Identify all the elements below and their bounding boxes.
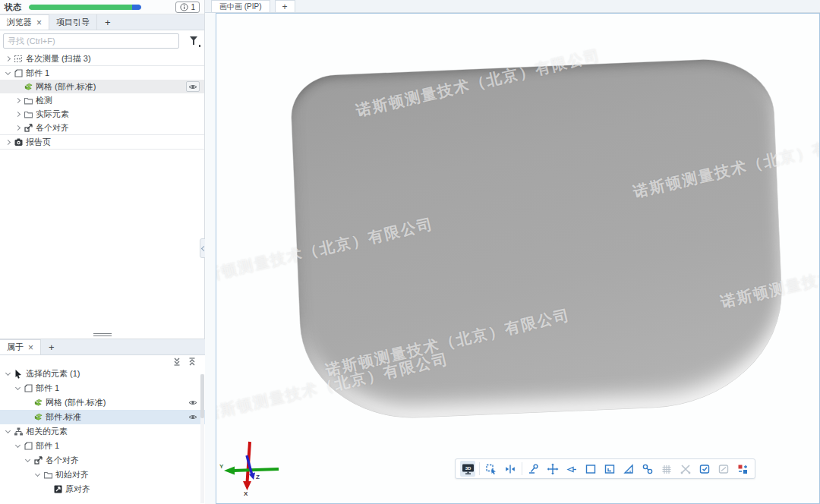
zoom-region-button[interactable] — [602, 461, 617, 477]
translate-move-button[interactable] — [545, 461, 560, 477]
filter-funnel-icon[interactable] — [189, 36, 200, 46]
model-3d-object[interactable] — [290, 57, 786, 422]
tree-row-report-pages[interactable]: 报告页 — [0, 135, 204, 149]
locked-option-button[interactable] — [716, 461, 731, 477]
toolbar-separator — [479, 462, 480, 475]
expander-spacer — [24, 398, 32, 407]
tree-row-label: 检测 — [36, 95, 52, 106]
tree-row-piece[interactable]: 部件 1 — [0, 381, 205, 395]
verify-check-button[interactable] — [697, 461, 712, 477]
collapse-all-icon[interactable] — [173, 358, 181, 366]
clipping-button[interactable] — [678, 461, 693, 477]
badge-count: 1 — [191, 3, 195, 11]
probe-flag-button[interactable] — [564, 461, 579, 477]
expander-icon[interactable] — [4, 69, 12, 77]
toolbar-separator — [522, 462, 522, 475]
visibility-eye-icon[interactable] — [188, 399, 197, 406]
visibility-eye-icon[interactable] — [186, 81, 200, 92]
browser-tree: 各次测量 (扫描 3) 部件 1 网格 (部件.标准) 检测 — [0, 52, 204, 150]
mesh-icon — [33, 412, 43, 422]
tree-row-piece[interactable]: 部件 1 — [0, 439, 205, 453]
expander-icon[interactable] — [4, 427, 12, 436]
progress-fill — [29, 5, 132, 10]
folder-icon — [43, 470, 53, 480]
belongs-panel: 属于 + 选择的元素 (1) 部件 1 网格 (部件. — [0, 339, 205, 504]
expander-icon[interactable] — [14, 96, 22, 105]
tree-row-selected-elements[interactable]: 选择的元素 (1) — [0, 367, 205, 381]
tree-row-alignments[interactable]: 各个对齐 — [0, 121, 204, 134]
scene-3d-viewport[interactable]: 诺斯顿测量技术（北京）有限公司 诺斯顿测量技术（北京）有限公司 诺斯顿测量技术（… — [216, 13, 820, 504]
scan-icon — [13, 54, 24, 64]
tab-browser[interactable]: 浏览器 — [0, 14, 49, 30]
rectangle-select-button[interactable] — [583, 461, 598, 477]
folder-icon — [23, 109, 33, 119]
tab-pip[interactable]: 画中画 (PIP) — [211, 0, 270, 12]
expander-icon[interactable] — [14, 124, 22, 132]
tree-row-label: 网格 (部件.标准) — [46, 397, 106, 408]
tree-row-alignments[interactable]: 各个对齐 — [0, 453, 205, 468]
add-tab-button[interactable]: + — [97, 14, 118, 30]
tree-row-piece[interactable]: 部件 1 — [0, 66, 204, 80]
select-elements-button[interactable] — [484, 461, 499, 477]
tree-row-label: 相关的元素 — [26, 426, 68, 437]
piece-icon — [23, 383, 33, 393]
mesh-icon — [33, 398, 43, 408]
tree-row-mesh[interactable]: 网格 (部件.标准) — [0, 395, 205, 410]
search-row — [0, 30, 204, 52]
piece-icon — [23, 441, 33, 451]
tab-belongs[interactable]: 属于 — [0, 339, 41, 354]
tree-row-inspection[interactable]: 检测 — [0, 93, 204, 107]
tree-row-related-elements[interactable]: 相关的元素 — [0, 424, 205, 439]
expander-icon[interactable] — [4, 55, 12, 63]
panel-splitter-handle[interactable] — [0, 331, 205, 339]
ruler-angle-button[interactable] — [621, 461, 636, 477]
expander-icon[interactable] — [14, 110, 22, 118]
tree-row-mesh[interactable]: 网格 (部件.标准) — [0, 80, 204, 93]
tree-row-scans[interactable]: 各次测量 (扫描 3) — [0, 52, 204, 65]
piece-icon — [13, 68, 24, 78]
expand-all-icon[interactable] — [188, 358, 196, 366]
tree-row-original-alignment[interactable]: 原对齐 — [0, 482, 205, 496]
viewport-tabbar: 画中画 (PIP) + — [205, 0, 820, 13]
tree-row-label: 原对齐 — [65, 484, 90, 495]
scene-3d-button[interactable]: 3D — [460, 461, 475, 477]
grid-snap-button[interactable] — [659, 461, 674, 477]
tree-row-label: 实际元素 — [36, 109, 69, 120]
tree-row-piece-standard[interactable]: 部件.标准 — [0, 410, 205, 424]
expander-icon[interactable] — [4, 370, 12, 378]
notification-badge[interactable]: 1 — [175, 2, 200, 13]
scrollbar[interactable] — [200, 374, 204, 503]
expander-icon[interactable] — [24, 456, 32, 465]
color-map-button[interactable] — [735, 461, 750, 477]
tree-row-initial-alignment[interactable]: 初始对齐 — [0, 468, 205, 482]
info-icon — [180, 3, 188, 11]
add-viewport-tab-button[interactable]: + — [275, 0, 295, 12]
compare-split-button[interactable] — [503, 461, 518, 477]
tree-row-measured-elements[interactable]: 实际元素 — [0, 107, 204, 121]
status-label: 状态 — [5, 2, 21, 13]
expander-icon[interactable] — [33, 471, 42, 479]
anchor-pin-button[interactable] — [526, 461, 541, 477]
tree-row-label: 初始对齐 — [55, 469, 89, 480]
expander-spacer — [14, 83, 22, 91]
tree-row-label: 网格 (部件.标准) — [36, 81, 96, 93]
origin-alignment-icon — [52, 484, 63, 494]
tree-row-label: 报告页 — [26, 137, 51, 148]
expander-icon[interactable] — [14, 442, 22, 450]
visibility-eye-icon[interactable] — [188, 414, 197, 421]
expander-icon[interactable] — [14, 384, 22, 392]
tree-row-label: 部件 1 — [26, 68, 49, 79]
progress-tip — [132, 5, 141, 10]
viewport-area: 画中画 (PIP) + 诺斯顿测量技术（北京）有限公司 诺斯顿测量技术（北京）有… — [205, 0, 820, 504]
expander-spacer — [24, 413, 32, 421]
expander-spacer — [43, 485, 52, 493]
cursor-icon — [13, 369, 24, 379]
tab-project-guide[interactable]: 项目引导 — [49, 14, 97, 30]
search-input[interactable] — [3, 33, 179, 49]
close-icon[interactable] — [28, 342, 33, 353]
add-tab-button[interactable]: + — [41, 339, 62, 354]
close-icon[interactable] — [36, 17, 42, 28]
status-bar: 状态 1 — [0, 0, 204, 14]
link-elements-button[interactable] — [640, 461, 655, 477]
expander-icon[interactable] — [4, 138, 12, 146]
